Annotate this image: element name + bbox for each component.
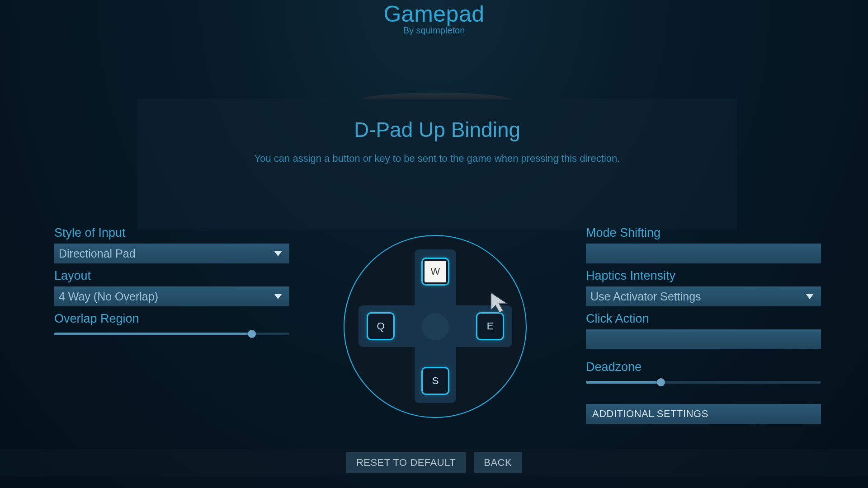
chevron-down-icon [806, 294, 814, 299]
slider-fill [586, 381, 661, 384]
header: Gamepad By squimpleton [0, 0, 868, 36]
right-column: Mode Shifting Haptics Intensity Use Acti… [586, 226, 821, 424]
page-title: Gamepad [0, 1, 868, 27]
slider-thumb[interactable] [248, 330, 256, 338]
overlap-region-slider[interactable] [54, 329, 289, 338]
left-column: Style of Input Directional Pad Layout 4 … [54, 226, 289, 338]
style-of-input-label: Style of Input [54, 226, 289, 240]
chevron-down-icon [274, 294, 282, 299]
dpad-left-key[interactable]: Q [367, 312, 395, 340]
binding-description: You can assign a button or key to be sen… [137, 153, 737, 164]
reset-to-default-button[interactable]: RESET TO DEFAULT [346, 452, 466, 473]
mode-shifting-label: Mode Shifting [586, 226, 821, 240]
additional-settings-label: ADDITIONAL SETTINGS [592, 408, 708, 420]
overlap-region-label: Overlap Region [54, 312, 289, 326]
footer-bar: RESET TO DEFAULT BACK [0, 449, 868, 476]
layout-label: Layout [54, 269, 289, 283]
slider-fill [54, 333, 252, 335]
deadzone-slider[interactable] [586, 378, 821, 387]
layout-dropdown[interactable]: 4 Way (No Overlap) [54, 286, 289, 306]
haptics-intensity-value: Use Activator Settings [590, 290, 701, 303]
dpad-right-key[interactable]: E [476, 312, 504, 340]
binding-info-panel: D-Pad Up Binding You can assign a button… [137, 99, 737, 230]
mode-shifting-field[interactable] [586, 244, 821, 263]
chevron-down-icon [274, 251, 282, 256]
dpad-up-key[interactable]: W [421, 258, 449, 286]
layout-value: 4 Way (No Overlap) [59, 290, 158, 303]
haptics-intensity-label: Haptics Intensity [586, 269, 821, 283]
deadzone-label: Deadzone [586, 360, 821, 374]
dpad-down-key[interactable]: S [421, 367, 449, 395]
dpad-center-button[interactable] [422, 313, 449, 340]
style-of-input-value: Directional Pad [59, 247, 136, 260]
style-of-input-dropdown[interactable]: Directional Pad [54, 244, 289, 263]
click-action-label: Click Action [586, 312, 821, 326]
slider-thumb[interactable] [657, 378, 665, 386]
back-button[interactable]: BACK [474, 452, 522, 473]
page-subtitle: By squimpleton [0, 25, 868, 36]
binding-title: D-Pad Up Binding [137, 117, 737, 142]
haptics-intensity-dropdown[interactable]: Use Activator Settings [586, 286, 821, 306]
dpad-visual: W Q E S [344, 235, 527, 418]
click-action-field[interactable] [586, 329, 821, 349]
additional-settings-button[interactable]: ADDITIONAL SETTINGS [586, 404, 821, 424]
